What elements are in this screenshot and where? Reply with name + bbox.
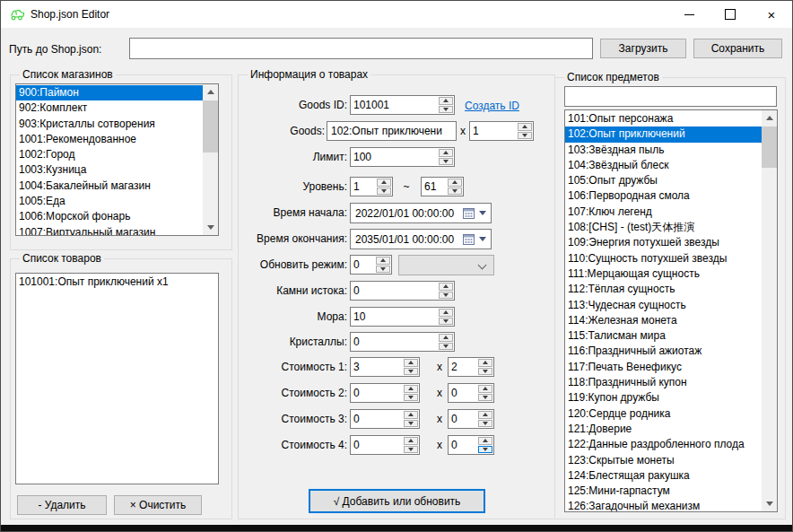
scrollbar-thumb[interactable] (203, 100, 218, 153)
cost2-count-spinner[interactable]: 0 (448, 383, 494, 403)
list-item[interactable]: 1006:Морской фонарь (16, 209, 203, 224)
spin-up-icon[interactable] (376, 257, 390, 265)
cost3-count-value[interactable]: 0 (449, 410, 477, 428)
close-button[interactable]: × (751, 1, 792, 28)
spin-down-icon[interactable] (404, 394, 418, 402)
load-button[interactable]: Загрузить (600, 39, 686, 58)
list-item[interactable]: 1003:Кузница (16, 162, 203, 178)
cost3-spinner[interactable]: 0 (350, 409, 420, 429)
spin-down-icon[interactable] (478, 394, 492, 402)
spin-up-icon[interactable] (404, 411, 418, 419)
list-item[interactable]: 120:Сердце родника (565, 406, 762, 422)
spin-down-icon[interactable] (439, 292, 453, 300)
goods-id-value[interactable]: 101001 (351, 96, 438, 114)
spin-up-icon[interactable] (439, 283, 453, 291)
level-max-spinner[interactable]: 61 (421, 177, 464, 196)
spin-down-icon[interactable] (478, 446, 492, 454)
mora-value[interactable]: 10 (351, 308, 438, 326)
shops-listbox[interactable]: 900:Паймон902:Комплект903:Кристаллы сотв… (15, 83, 219, 236)
primogems-spinner[interactable]: 0 (350, 281, 455, 301)
list-item[interactable]: 125:Мини-гарпастум (565, 484, 762, 499)
scroll-up-icon[interactable] (762, 110, 777, 126)
spin-up-icon[interactable] (478, 359, 492, 367)
spin-down-icon[interactable] (448, 188, 462, 196)
cost3-value[interactable]: 0 (351, 410, 403, 428)
list-item[interactable]: 124:Блестящая ракушка (565, 468, 762, 484)
level-max-value[interactable]: 61 (422, 178, 447, 196)
cost4-spinner[interactable]: 0 (350, 435, 420, 455)
spin-up-icon[interactable] (478, 411, 492, 419)
spin-down-icon[interactable] (439, 106, 453, 114)
spin-up-icon[interactable] (439, 149, 453, 157)
create-id-link[interactable]: Создать ID (465, 100, 519, 112)
minimize-button[interactable] (668, 1, 710, 28)
refresh-mode-value[interactable]: 0 (351, 256, 375, 274)
list-item[interactable]: 110:Сущность потухшей звезды (565, 251, 762, 266)
list-item[interactable]: 1005:Еда (16, 194, 203, 209)
clear-button[interactable]: × Очистить (114, 495, 202, 515)
list-item[interactable]: 115:Талисман мира (565, 328, 762, 344)
items-scrollbar[interactable] (762, 110, 777, 511)
list-item[interactable]: 118:Праздничный купон (565, 375, 762, 390)
path-input[interactable] (129, 38, 593, 59)
scrollbar-thumb[interactable] (762, 126, 777, 168)
list-item[interactable]: 119:Купон дружбы (565, 390, 762, 406)
refresh-mode-combobox[interactable] (398, 255, 494, 275)
spin-down-icon[interactable] (439, 318, 453, 326)
spin-up-icon[interactable] (448, 179, 462, 187)
cost1-spinner[interactable]: 3 (350, 357, 420, 377)
list-item[interactable]: 101001:Опыт приключений x1 (16, 275, 218, 290)
list-item[interactable]: 903:Кристаллы сотворения (16, 117, 203, 132)
crystals-spinner[interactable]: 0 (350, 332, 455, 352)
items-listbox[interactable]: 101:Опыт персонажа102:Опыт приключений10… (564, 109, 778, 512)
list-item[interactable]: 1002:Город (16, 147, 203, 162)
list-item[interactable]: 114:Железная монета (565, 313, 762, 328)
spin-down-icon[interactable] (404, 446, 418, 454)
list-item[interactable]: 116:Праздничный ажиотаж (565, 344, 762, 359)
goods-count-value[interactable]: 1 (470, 122, 517, 140)
cost2-count-value[interactable]: 0 (449, 384, 477, 402)
goods-input[interactable] (327, 121, 457, 141)
list-item[interactable]: 101:Опыт персонажа (565, 111, 762, 126)
list-item[interactable]: 126:Загадочный механизм (565, 499, 762, 512)
spin-down-icon[interactable] (478, 420, 492, 428)
spin-up-icon[interactable] (478, 385, 492, 393)
maximize-button[interactable] (710, 1, 751, 28)
list-item[interactable]: 103:Звёздная пыль (565, 143, 762, 158)
primogems-value[interactable]: 0 (351, 282, 438, 300)
goods-count-spinner[interactable]: 1 (469, 121, 534, 141)
goods-id-spinner[interactable]: 101001 (350, 95, 455, 115)
cost1-count-value[interactable]: 2 (449, 358, 477, 376)
delete-button[interactable]: - Удалить (17, 495, 107, 515)
list-item[interactable]: 123:Скрытые монеты (565, 453, 762, 468)
cost3-count-spinner[interactable]: 0 (448, 409, 494, 429)
scroll-down-icon[interactable] (762, 496, 777, 511)
cost2-value[interactable]: 0 (351, 384, 403, 402)
time-end-value[interactable]: 2035/01/01 00:00:00 (355, 233, 463, 246)
add-or-update-button[interactable]: √ Добавить или обновить (309, 489, 485, 513)
cost2-spinner[interactable]: 0 (350, 383, 420, 403)
item-search-input[interactable] (564, 86, 777, 107)
mora-spinner[interactable]: 10 (350, 307, 455, 327)
dropdown-arrow-icon[interactable] (479, 237, 486, 241)
list-item[interactable]: 109:Энергия потухшей звезды (565, 235, 762, 250)
spin-down-icon[interactable] (404, 420, 418, 428)
spin-up-icon[interactable] (518, 123, 532, 131)
goods-listbox[interactable]: 101001:Опыт приключений x1 (15, 273, 219, 484)
time-end-picker[interactable]: 2035/01/01 00:00:00 (350, 229, 492, 249)
scroll-up-icon[interactable] (203, 84, 218, 100)
list-item[interactable]: 902:Комплект (16, 100, 203, 116)
spin-down-icon[interactable] (404, 368, 418, 376)
spin-down-icon[interactable] (439, 158, 453, 166)
list-item[interactable]: 107:Ключ легенд (565, 205, 762, 220)
level-min-spinner[interactable]: 1 (350, 177, 393, 196)
spin-up-icon[interactable] (439, 309, 453, 317)
cost4-value[interactable]: 0 (351, 436, 403, 454)
limit-spinner[interactable]: 100 (350, 147, 455, 167)
spin-down-icon[interactable] (376, 266, 390, 274)
list-item[interactable]: 106:Первородная смола (565, 188, 762, 204)
save-button[interactable]: Сохранить (693, 39, 782, 58)
list-item[interactable]: 121:Доверие (565, 422, 762, 437)
cost4-count-spinner[interactable]: 0 (448, 435, 494, 455)
cost1-value[interactable]: 3 (351, 358, 403, 376)
